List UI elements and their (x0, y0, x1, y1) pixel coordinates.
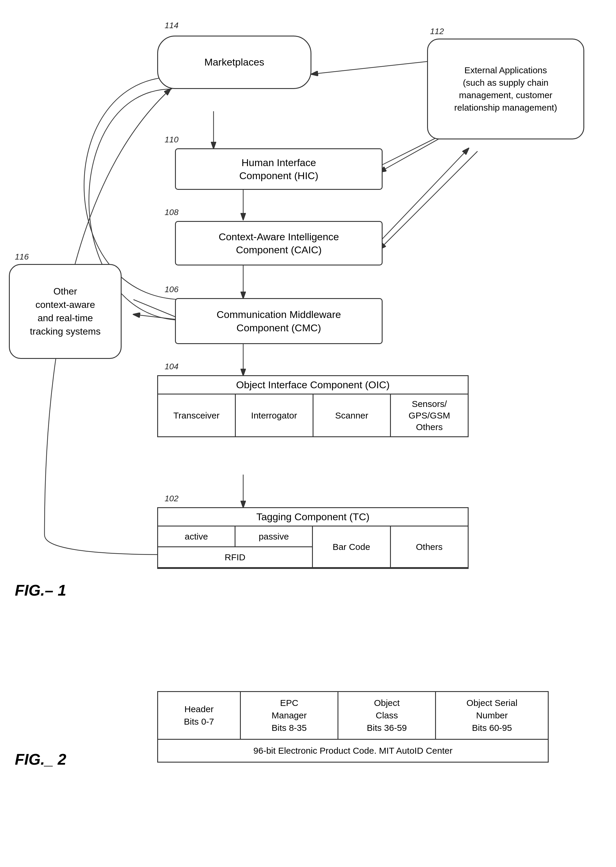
tc-header: Tagging Component (TC) (158, 508, 468, 526)
fig2-table: HeaderBits 0-7 EPCManagerBits 8-35 Objec… (157, 691, 549, 763)
external-apps-node: External Applications(such as supply cha… (427, 39, 584, 140)
ref-114: 114 (165, 21, 179, 30)
oic-cell-scanner: Scanner (313, 394, 391, 436)
fig2-cell-epc: EPCManagerBits 8-35 (241, 692, 338, 739)
fig2-label: FIG._ 2 (15, 751, 66, 768)
caic-node: Context-Aware IntelligenceComponent (CAI… (175, 221, 383, 265)
fig2-full-row: 96-bit Electronic Product Code. MIT Auto… (158, 740, 548, 762)
oic-header: Object Interface Component (OIC) (158, 376, 468, 394)
tc-cell-others: Others (413, 537, 445, 557)
svg-line-11 (380, 151, 478, 249)
oic-cell-transceiver: Transceiver (158, 394, 236, 436)
fig2-row1: HeaderBits 0-7 EPCManagerBits 8-35 Objec… (158, 692, 548, 740)
ref-112: 112 (430, 27, 444, 36)
fig2-row2: 96-bit Electronic Product Code. MIT Auto… (158, 740, 548, 762)
diagram-container: 114 Marketplaces 112 External Applicatio… (0, 0, 616, 867)
marketplaces-node: Marketplaces (157, 36, 311, 89)
ref-102: 102 (165, 494, 179, 503)
tc-row1: active passive RFID Bar Code Others (158, 526, 468, 568)
cmc-node: Communication MiddlewareComponent (CMC) (175, 298, 383, 344)
fig2-cell-header: HeaderBits 0-7 (158, 692, 241, 739)
svg-line-10 (380, 148, 468, 242)
ref-116: 116 (15, 252, 29, 262)
tc-cell-passive: passive (236, 526, 312, 547)
ref-108: 108 (165, 207, 179, 217)
oic-table: Object Interface Component (OIC) Transce… (157, 375, 468, 437)
oic-cells: Transceiver Interrogator Scanner Sensors… (158, 394, 468, 436)
fig2-cell-serial: Object SerialNumberBits 60-95 (436, 692, 548, 739)
tc-table: Tagging Component (TC) active passive RF… (157, 507, 468, 569)
ref-104: 104 (165, 362, 179, 371)
other-context-node: Othercontext-awareand real-timetracking … (9, 264, 122, 359)
fig1-label: FIG.– 1 (15, 581, 66, 599)
tc-cell-active: active (158, 526, 236, 547)
tc-cell-rfid: RFID (158, 547, 312, 567)
hic-node: Human InterfaceComponent (HIC) (175, 148, 383, 190)
ref-110: 110 (165, 135, 179, 144)
oic-cell-interrogator: Interrogator (236, 394, 313, 436)
oic-cell-sensors: Sensors/GPS/GSMOthers (391, 394, 468, 436)
fig2-cell-object-class: ObjectClassBits 36-59 (338, 692, 436, 739)
tc-cell-barcode: Bar Code (330, 537, 372, 557)
ref-106: 106 (165, 285, 179, 294)
